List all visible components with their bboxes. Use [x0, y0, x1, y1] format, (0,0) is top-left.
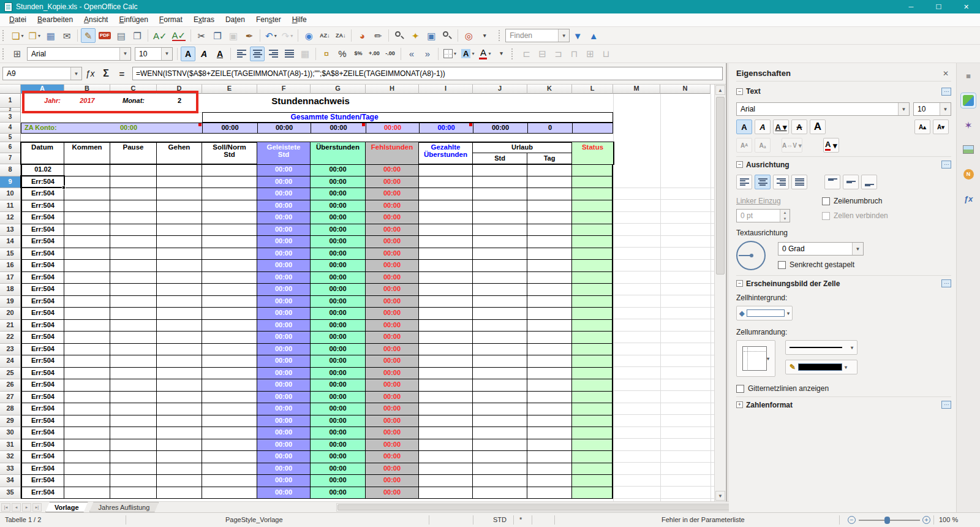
draw-functions-button[interactable]: ✏	[371, 28, 385, 43]
cell-L34[interactable]	[572, 475, 613, 487]
cell-F22[interactable]: 00:00	[257, 332, 311, 344]
row-header-3[interactable]: 3	[0, 112, 21, 123]
cell-B22[interactable]	[64, 332, 110, 344]
chevron-down-icon[interactable]: ▼	[852, 243, 863, 255]
cell-L17[interactable]	[572, 272, 613, 284]
header-gezahlte[interactable]: GezahlteÜberstunden	[419, 142, 473, 164]
bold-button[interactable]: A	[181, 47, 195, 61]
cell-L13[interactable]	[572, 224, 613, 237]
cell-J31[interactable]	[473, 439, 527, 452]
cell-E21[interactable]	[202, 320, 257, 332]
cell-B16[interactable]	[64, 260, 110, 272]
dropdown-arrow-icon[interactable]: ▾	[274, 33, 277, 39]
cell-B18[interactable]	[64, 284, 110, 296]
cell-F23[interactable]: 00:00	[257, 344, 311, 356]
cell-B29[interactable]	[64, 415, 110, 428]
cell-B33[interactable]	[64, 463, 110, 476]
row-header-22[interactable]: 22	[0, 332, 21, 344]
cell-E24[interactable]	[202, 355, 257, 368]
cell-L24[interactable]	[572, 355, 613, 368]
export-pdf-button[interactable]: PDF	[97, 28, 113, 43]
cell-K25[interactable]	[527, 368, 572, 380]
increase-indent-button[interactable]: »	[420, 47, 435, 61]
cell-G11[interactable]: 00:00	[311, 200, 366, 213]
dropdown-arrow-icon[interactable]: ▾	[472, 51, 474, 56]
cell-G8[interactable]: 00:00	[311, 164, 366, 176]
align-object-top-button[interactable]: ⊓	[567, 47, 581, 61]
cell-G32[interactable]: 00:00	[311, 451, 366, 463]
cell-C35[interactable]	[110, 487, 157, 499]
cell-J29[interactable]	[473, 415, 527, 428]
cell-A11[interactable]: Err:504	[21, 200, 64, 213]
cell-K16[interactable]	[527, 260, 572, 272]
maximize-button[interactable]: ☐	[925, 0, 952, 13]
cell-A10[interactable]: Err:504	[21, 188, 64, 200]
cell-D29[interactable]	[157, 415, 202, 428]
dropdown-arrow-icon[interactable]: ▾	[488, 51, 491, 56]
cell-D21[interactable]	[157, 320, 202, 332]
cell-J18[interactable]	[473, 284, 527, 296]
cell-B9[interactable]	[64, 176, 110, 189]
cell-I15[interactable]	[419, 248, 473, 260]
hyperlink-button[interactable]: ◉	[301, 28, 316, 43]
cell-F11[interactable]: 00:00	[257, 200, 311, 213]
header-datum[interactable]: Datum	[21, 142, 64, 164]
align-right-button[interactable]	[773, 175, 789, 189]
column-header-M[interactable]: M	[613, 85, 660, 94]
row-header-2[interactable]: 2	[0, 108, 21, 112]
header-kommen[interactable]: Kommen	[64, 142, 110, 164]
cell-D33[interactable]	[157, 463, 202, 476]
cell-E23[interactable]	[202, 344, 257, 356]
find-previous-button[interactable]: ▲	[586, 28, 601, 43]
cell-K4[interactable]: 0	[527, 123, 572, 134]
cell-H20[interactable]: 00:00	[366, 308, 419, 320]
cell-B15[interactable]	[64, 248, 110, 260]
cell-J20[interactable]	[473, 308, 527, 320]
save-button[interactable]: ▦	[43, 28, 58, 43]
row-header-5[interactable]: 5	[0, 134, 21, 142]
cell-I9[interactable]	[419, 176, 473, 189]
cell-I28[interactable]	[419, 403, 473, 415]
cell-C30[interactable]	[110, 427, 157, 439]
cell-A23[interactable]: Err:504	[21, 344, 64, 356]
cell-I19[interactable]	[419, 296, 473, 308]
cell-G29[interactable]: 00:00	[311, 415, 366, 428]
cell-G24[interactable]: 00:00	[311, 355, 366, 368]
menu-datei[interactable]: Datei	[4, 13, 32, 26]
italic-button[interactable]: A	[197, 47, 211, 61]
column-header-G[interactable]: G	[311, 85, 366, 94]
cell-D24[interactable]	[157, 355, 202, 368]
cell-D23[interactable]	[157, 344, 202, 356]
cell-G17[interactable]: 00:00	[311, 272, 366, 284]
chevron-down-icon[interactable]: ▼	[70, 67, 81, 80]
cell-K17[interactable]	[527, 272, 572, 284]
cell-A34[interactable]: Err:504	[21, 475, 64, 487]
cell-C27[interactable]	[110, 392, 157, 404]
cell-K26[interactable]	[527, 379, 572, 392]
row-header-11[interactable]: 11	[0, 200, 21, 213]
cell-C13[interactable]	[110, 224, 157, 237]
cell-I20[interactable]	[419, 308, 473, 320]
cell-E27[interactable]	[202, 392, 257, 404]
cell-A29[interactable]: Err:504	[21, 415, 64, 428]
cell-I8[interactable]	[419, 164, 473, 176]
cell-B27[interactable]	[64, 392, 110, 404]
column-header-K[interactable]: K	[527, 85, 572, 94]
cell-J16[interactable]	[473, 260, 527, 272]
cell-D11[interactable]	[157, 200, 202, 213]
cell-F32[interactable]: 00:00	[257, 451, 311, 463]
cell-K8[interactable]	[527, 164, 572, 176]
merge-cells-button[interactable]: ▦	[298, 47, 312, 61]
border-preset-button[interactable]: ▾	[736, 340, 775, 377]
vertical-scroll-thumb[interactable]	[716, 97, 725, 275]
cell-L21[interactable]	[572, 320, 613, 332]
cell-D27[interactable]	[157, 392, 202, 404]
cell-F15[interactable]: 00:00	[257, 248, 311, 260]
cell-D14[interactable]	[157, 236, 202, 248]
cell-D12[interactable]	[157, 212, 202, 224]
cell-A18[interactable]: Err:504	[21, 284, 64, 296]
cell-D25[interactable]	[157, 368, 202, 380]
cell-G34[interactable]: 00:00	[311, 475, 366, 487]
find-next-button[interactable]: ▼	[570, 28, 585, 43]
cell-G28[interactable]: 00:00	[311, 403, 366, 415]
